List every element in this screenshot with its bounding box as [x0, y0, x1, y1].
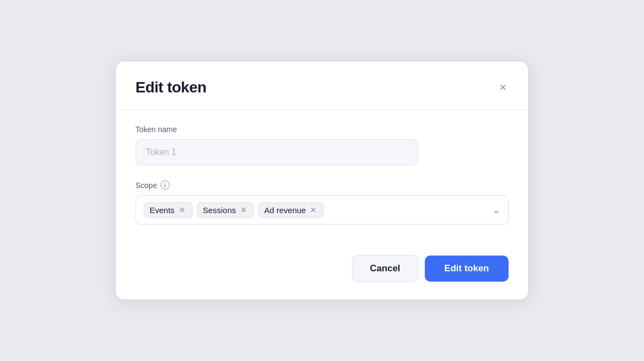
tag-sessions: Sessions ✕ [197, 202, 254, 218]
modal-overlay: Edit token × Token name Scope i Even [0, 0, 644, 361]
modal-body: Token name Scope i Events ✕ S [116, 125, 528, 255]
scope-label-row: Scope i [135, 180, 509, 190]
scope-info-icon: i [160, 180, 170, 190]
token-name-input[interactable] [135, 139, 418, 165]
tag-sessions-label: Sessions [203, 206, 236, 215]
tag-events-label: Events [150, 206, 175, 215]
tag-events-remove-button[interactable]: ✕ [178, 206, 187, 214]
tag-ad-revenue: Ad revenue ✕ [258, 202, 324, 218]
token-name-label: Token name [135, 125, 509, 134]
tag-ad-revenue-remove-button[interactable]: ✕ [309, 206, 318, 214]
tag-events: Events ✕ [144, 202, 193, 218]
modal-footer: Cancel Edit token [116, 255, 528, 300]
modal-header: Edit token × [116, 61, 528, 109]
edit-token-button[interactable]: Edit token [425, 256, 509, 282]
tag-sessions-remove-button[interactable]: ✕ [239, 206, 248, 214]
chevron-down-icon: ⌄ [492, 204, 500, 216]
edit-token-modal: Edit token × Token name Scope i Even [115, 61, 529, 300]
scope-selector[interactable]: Events ✕ Sessions ✕ Ad revenue ✕ ⌄ [135, 195, 509, 225]
scope-label-text: Scope [135, 181, 157, 190]
tag-ad-revenue-label: Ad revenue [264, 206, 306, 215]
cancel-button[interactable]: Cancel [352, 255, 418, 282]
scope-field-group: Scope i Events ✕ Sessions ✕ [135, 180, 509, 225]
token-name-field-group: Token name [135, 125, 509, 165]
close-button[interactable]: × [497, 79, 509, 96]
modal-title: Edit token [135, 79, 206, 96]
header-divider [116, 109, 528, 110]
